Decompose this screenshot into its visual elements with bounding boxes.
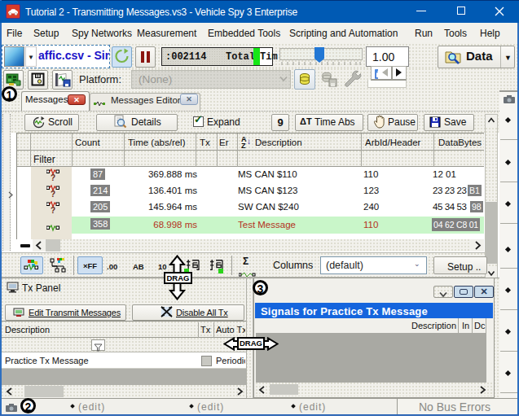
- svg-text:?: ?: [51, 173, 55, 182]
- svg-text:?: ?: [51, 206, 55, 214]
- svg-text:?: ?: [51, 190, 55, 198]
